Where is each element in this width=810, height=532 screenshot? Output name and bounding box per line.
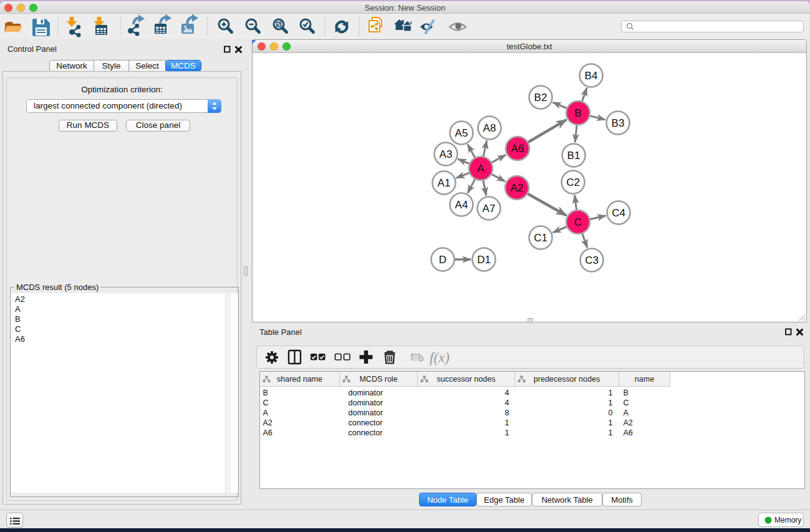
svg-text:D1: D1 bbox=[477, 254, 491, 266]
svg-text:C1: C1 bbox=[534, 232, 547, 244]
svg-text:A4: A4 bbox=[455, 199, 468, 211]
svg-text:A6: A6 bbox=[511, 143, 524, 155]
svg-text:B1: B1 bbox=[567, 150, 581, 162]
svg-text:A8: A8 bbox=[483, 122, 496, 134]
svg-text:D: D bbox=[439, 254, 446, 266]
svg-text:C2: C2 bbox=[566, 177, 580, 188]
svg-text:B: B bbox=[574, 107, 581, 119]
svg-text:C4: C4 bbox=[612, 207, 625, 219]
svg-text:A3: A3 bbox=[440, 148, 453, 160]
svg-text:A: A bbox=[477, 163, 485, 175]
svg-text:B3: B3 bbox=[612, 117, 625, 129]
svg-text:f(x): f(x) bbox=[430, 350, 450, 365]
svg-text:A5: A5 bbox=[455, 127, 468, 139]
svg-text:B4: B4 bbox=[585, 70, 598, 82]
svg-text:B2: B2 bbox=[534, 92, 547, 104]
svg-text:A7: A7 bbox=[483, 203, 496, 215]
svg-text:C: C bbox=[574, 216, 582, 228]
svg-text:A1: A1 bbox=[438, 177, 451, 189]
svg-text:C3: C3 bbox=[585, 254, 599, 266]
svg-text:A2: A2 bbox=[511, 182, 524, 194]
